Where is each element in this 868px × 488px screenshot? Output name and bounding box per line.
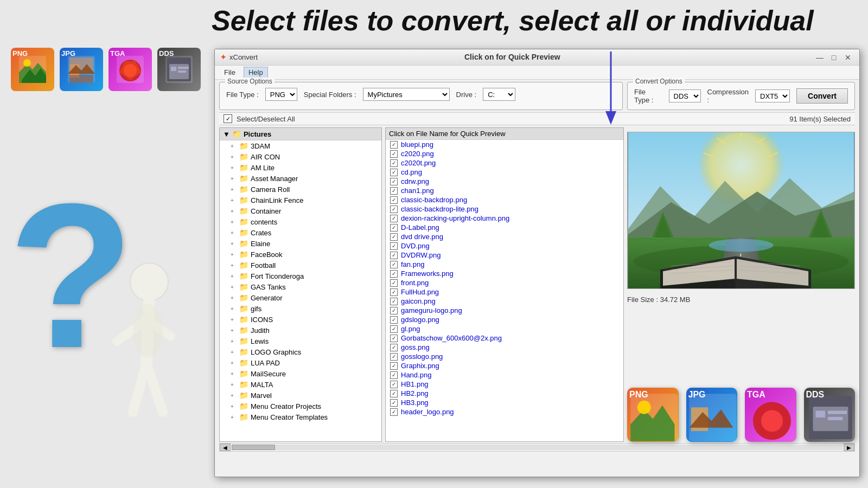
file-checkbox[interactable]: ✓	[390, 335, 398, 342]
minimize-button[interactable]: —	[814, 53, 826, 62]
file-item[interactable]: ✓cdrw.png	[386, 177, 623, 186]
file-item[interactable]: ✓Hand.png	[386, 370, 623, 380]
file-item[interactable]: ✓gdslogo.png	[386, 315, 623, 324]
file-checkbox[interactable]: ✓	[390, 150, 398, 158]
file-checkbox[interactable]: ✓	[390, 353, 398, 361]
select-all-checkbox[interactable]: ✓	[224, 114, 232, 123]
file-item[interactable]: ✓dexion-racking-upright-column.png	[386, 214, 623, 223]
file-name[interactable]: FullHud.png	[401, 288, 439, 296]
file-checkbox[interactable]: ✓	[390, 279, 398, 287]
file-item[interactable]: ✓front.png	[386, 278, 623, 287]
file-name[interactable]: cd.png	[401, 168, 422, 176]
tree-item[interactable]: +📁MailSecure	[220, 368, 381, 379]
file-checkbox[interactable]: ✓	[390, 344, 398, 351]
file-checkbox[interactable]: ✓	[390, 169, 398, 176]
file-checkbox[interactable]: ✓	[390, 325, 398, 333]
file-checkbox[interactable]: ✓	[390, 233, 398, 241]
tree-item[interactable]: +📁Elaine	[220, 238, 381, 249]
tree-item[interactable]: +📁Menu Creator Projects	[220, 401, 381, 412]
file-name[interactable]: cdrw.png	[401, 177, 429, 185]
file-item[interactable]: ✓HB3.png	[386, 398, 623, 407]
tree-item[interactable]: +📁FaceBook	[220, 249, 381, 260]
tree-item[interactable]: +📁ICONS	[220, 314, 381, 325]
file-checkbox[interactable]: ✓	[390, 298, 398, 305]
scroll-right-btn[interactable]: ▶	[844, 444, 854, 451]
file-checkbox[interactable]: ✓	[390, 178, 398, 185]
tree-item[interactable]: +📁Camera Roll	[220, 184, 381, 195]
tree-item[interactable]: +📁Judith	[220, 325, 381, 336]
file-name[interactable]: Frameworks.png	[401, 269, 454, 278]
file-checkbox[interactable]: ✓	[390, 141, 398, 149]
file-name[interactable]: bluepi.png	[401, 140, 433, 149]
file-name[interactable]: Graphix.png	[401, 362, 439, 370]
file-name[interactable]: gosslogo.png	[401, 352, 443, 361]
tree-item[interactable]: +📁Football	[220, 260, 381, 271]
file-list-panel[interactable]: Click on File Name for Quick Preview ✓bl…	[385, 127, 624, 442]
file-name[interactable]: gameguru-logo.png	[401, 306, 462, 314]
file-name[interactable]: chan1.png	[401, 187, 434, 195]
file-checkbox[interactable]: ✓	[390, 261, 398, 268]
file-item[interactable]: ✓Frameworks.png	[386, 269, 623, 278]
file-item[interactable]: ✓bluepi.png	[386, 140, 623, 149]
file-name[interactable]: gaicon.png	[401, 297, 436, 305]
tree-item[interactable]: +📁LUA PAD	[220, 357, 381, 368]
file-name[interactable]: gl.png	[401, 325, 420, 333]
file-name[interactable]: DVDRW.png	[401, 251, 441, 259]
file-item[interactable]: ✓dvd drive.png	[386, 232, 623, 241]
tree-item[interactable]: +📁Crates	[220, 227, 381, 238]
file-checkbox[interactable]: ✓	[390, 252, 398, 259]
tree-item[interactable]: +📁LOGO Graphics	[220, 346, 381, 357]
file-name[interactable]: c2020t.png	[401, 159, 436, 167]
file-item[interactable]: ✓Graphix.png	[386, 361, 623, 370]
file-checkbox[interactable]: ✓	[390, 362, 398, 370]
file-checkbox[interactable]: ✓	[390, 307, 398, 314]
file-checkbox[interactable]: ✓	[390, 408, 398, 416]
file-item[interactable]: ✓HB1.png	[386, 380, 623, 389]
menu-help[interactable]: Help	[244, 67, 268, 78]
file-item[interactable]: ✓gosslogo.png	[386, 352, 623, 361]
file-name[interactable]: HB3.png	[401, 399, 429, 407]
file-checkbox[interactable]: ✓	[390, 381, 398, 388]
file-item[interactable]: ✓fan.png	[386, 260, 623, 269]
tree-item[interactable]: +📁Container	[220, 206, 381, 216]
tree-item[interactable]: +📁Generator	[220, 292, 381, 303]
file-item[interactable]: ✓header_logo.png	[386, 407, 623, 416]
file-checkbox[interactable]: ✓	[390, 399, 398, 407]
close-button[interactable]: ✕	[842, 53, 854, 62]
menu-file[interactable]: File	[219, 67, 240, 78]
file-checkbox[interactable]: ✓	[390, 224, 398, 232]
tree-item[interactable]: +📁ChainLink Fence	[220, 195, 381, 206]
file-name[interactable]: gdslogo.png	[401, 316, 439, 324]
tree-item[interactable]: +📁3DAM	[220, 140, 381, 151]
file-checkbox[interactable]: ✓	[390, 187, 398, 195]
file-name[interactable]: HB2.png	[401, 389, 429, 397]
file-name[interactable]: classic-backdrop-lite.png	[401, 205, 478, 213]
file-checkbox[interactable]: ✓	[390, 371, 398, 379]
tree-item[interactable]: +📁gifs	[220, 303, 381, 314]
file-name[interactable]: classic-backdrop.png	[401, 196, 467, 204]
source-file-type-select[interactable]: PNG JPG TGA DDS BMP	[265, 88, 297, 101]
file-checkbox[interactable]: ✓	[390, 316, 398, 324]
file-name[interactable]: fan.png	[401, 260, 424, 268]
file-name[interactable]: header_logo.png	[401, 408, 454, 416]
file-tree-panel[interactable]: ▼ 📁 Pictures +📁3DAM+📁AIR CON+📁AM Lite+📁A…	[219, 127, 382, 442]
file-item[interactable]: ✓Gorbatschow_600x600@2x.png	[386, 333, 623, 343]
tree-item[interactable]: +📁AM Lite	[220, 162, 381, 173]
file-checkbox[interactable]: ✓	[390, 159, 398, 167]
file-checkbox[interactable]: ✓	[390, 390, 398, 397]
tree-item[interactable]: +📁GAS Tanks	[220, 281, 381, 292]
tree-item[interactable]: +📁AIR CON	[220, 151, 381, 162]
file-item[interactable]: ✓DVD.png	[386, 241, 623, 251]
scroll-left-btn[interactable]: ◀	[220, 444, 231, 451]
file-name[interactable]: dvd drive.png	[401, 233, 443, 241]
scroll-thumb[interactable]	[232, 445, 275, 450]
file-name[interactable]: HB1.png	[401, 380, 429, 388]
convert-button[interactable]: Convert	[796, 88, 848, 104]
file-item[interactable]: ✓gameguru-logo.png	[386, 306, 623, 315]
file-checkbox[interactable]: ✓	[390, 242, 398, 250]
file-name[interactable]: front.png	[401, 279, 429, 287]
compression-select[interactable]: DXT5 DXT1 DXT3 None	[755, 89, 790, 102]
file-item[interactable]: ✓gl.png	[386, 324, 623, 333]
special-folders-select[interactable]: MyPictures Desktop Documents	[363, 88, 450, 101]
file-name[interactable]: dexion-racking-upright-column.png	[401, 214, 509, 222]
